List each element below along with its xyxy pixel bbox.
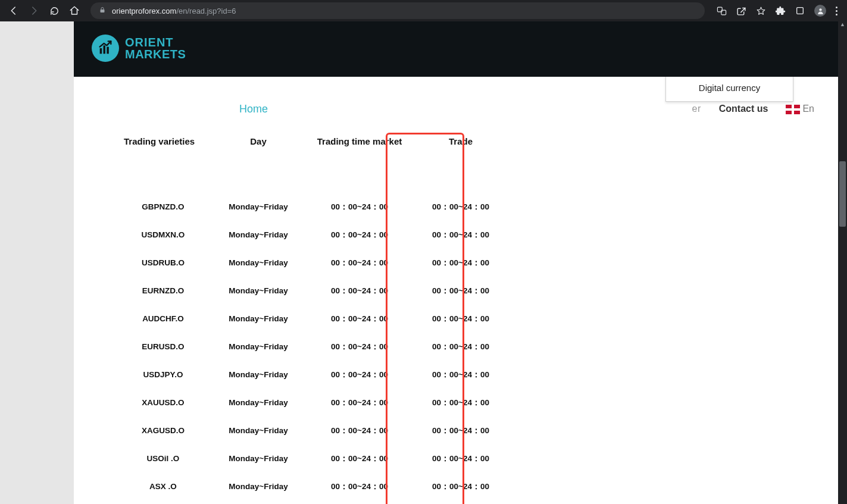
nav-contact-us[interactable]: Contact us	[719, 104, 768, 114]
nav-home[interactable]: Home	[239, 103, 268, 115]
back-button[interactable]	[8, 5, 19, 16]
translate-icon[interactable]	[717, 6, 727, 16]
bookmark-star-icon[interactable]	[756, 6, 766, 16]
cell-symbol: AUDCHF.O	[115, 314, 211, 323]
table-row: XAUUSD.OMonday~Friday00：00~24：0000：00~24…	[115, 389, 544, 417]
cell-day: Monday~Friday	[211, 342, 306, 351]
uk-flag-icon	[786, 105, 800, 114]
table-row: GBPNZD.OMonday~Friday00：00~24：0000：00~24…	[115, 193, 544, 221]
cell-symbol: XAGUSD.O	[115, 426, 211, 435]
cell-market: 00：00~24：00	[306, 370, 413, 380]
forward-button[interactable]	[29, 5, 39, 16]
table-body: GBPNZD.OMonday~Friday00：00~24：0000：00~24…	[115, 193, 544, 504]
cell-day: Monday~Friday	[211, 314, 306, 323]
url-text: orientproforex.com/en/read.jsp?id=6	[112, 7, 236, 15]
svg-rect-5	[100, 48, 102, 54]
kebab-menu-icon[interactable]	[836, 7, 837, 15]
cell-symbol: EURUSD.O	[115, 342, 211, 351]
extensions-icon[interactable]	[776, 6, 786, 16]
table-row: USDRUB.OMonday~Friday00：00~24：0000：00~24…	[115, 249, 544, 277]
nav-language[interactable]: En	[786, 104, 814, 114]
table-row: USOil .OMonday~Friday00：00~24：0000：00~24…	[115, 444, 544, 472]
logo-mark-icon	[92, 35, 119, 62]
url-path: /en/read.jsp?id=6	[176, 7, 236, 15]
cell-trade: 00：00~24：00	[413, 342, 508, 352]
table-header: Trading varieties Day Trading time marke…	[115, 136, 544, 146]
logo-text: ORIENT MARKETS	[125, 36, 186, 60]
scrollbar-thumb[interactable]	[839, 161, 846, 227]
table-row: USDJPY.OMonday~Friday00：00~24：0000：00~24…	[115, 361, 544, 389]
dropdown-item-label: Digital currency	[699, 83, 760, 93]
dropdown-panel[interactable]: Digital currency	[665, 77, 793, 102]
home-button[interactable]	[69, 5, 80, 16]
cell-market: 00：00~24：00	[306, 286, 413, 296]
url-host: orientproforex.com	[112, 7, 176, 15]
tab-icon[interactable]	[795, 6, 805, 15]
cell-day: Monday~Friday	[211, 202, 306, 211]
cell-symbol: EURNZD.O	[115, 286, 211, 295]
vertical-scrollbar[interactable]: ▲	[838, 21, 847, 504]
col-header-market: Trading time market	[306, 136, 413, 146]
reload-button[interactable]	[49, 5, 60, 16]
trading-table: Trading varieties Day Trading time marke…	[115, 136, 544, 504]
share-icon[interactable]	[736, 6, 746, 16]
cell-trade: 00：00~24：00	[413, 370, 508, 380]
svg-rect-6	[104, 45, 106, 54]
logo-line-1: ORIENT	[125, 36, 186, 48]
cell-day: Monday~Friday	[211, 370, 306, 379]
viewport: ▲ ORIENT MARKETS Digital currency Home	[0, 21, 847, 504]
page: ORIENT MARKETS Digital currency Home er …	[74, 21, 838, 504]
cell-market: 00：00~24：00	[306, 314, 413, 324]
cell-trade: 00：00~24：00	[413, 202, 508, 212]
scroll-up-icon[interactable]: ▲	[838, 21, 847, 27]
logo-line-2: MARKETS	[125, 48, 186, 60]
cell-symbol: USDMXN.O	[115, 230, 211, 239]
site-logo[interactable]: ORIENT MARKETS	[92, 35, 186, 62]
cell-day: Monday~Friday	[211, 230, 306, 239]
cell-trade: 00：00~24：00	[413, 230, 508, 240]
lang-label: En	[802, 104, 814, 114]
col-header-trade: Trade	[413, 136, 508, 146]
cell-trade: 00：00~24：00	[413, 481, 508, 492]
cell-market: 00：00~24：00	[306, 258, 413, 268]
cell-trade: 00：00~24：00	[413, 453, 508, 464]
nav-buttons	[5, 5, 80, 16]
lock-icon	[99, 7, 106, 15]
address-bar[interactable]: orientproforex.com/en/read.jsp?id=6	[90, 2, 705, 19]
cell-market: 00：00~24：00	[306, 425, 413, 436]
cell-symbol: USDJPY.O	[115, 370, 211, 379]
svg-rect-7	[107, 47, 109, 54]
site-header: ORIENT MARKETS	[74, 21, 838, 77]
svg-rect-3	[797, 8, 804, 14]
cell-day: Monday~Friday	[211, 426, 306, 435]
cell-trade: 00：00~24：00	[413, 397, 508, 408]
cell-symbol: XAUUSD.O	[115, 398, 211, 407]
col-header-varieties: Trading varieties	[115, 136, 211, 146]
cell-symbol: ASX .O	[115, 482, 211, 491]
cell-market: 00：00~24：00	[306, 342, 413, 352]
table-row: XAGUSD.OMonday~Friday00：00~24：0000：00~24…	[115, 417, 544, 444]
cell-market: 00：00~24：00	[306, 397, 413, 408]
svg-rect-0	[101, 10, 105, 12]
cell-day: Monday~Friday	[211, 258, 306, 267]
cell-trade: 00：00~24：00	[413, 258, 508, 268]
cell-symbol: USDRUB.O	[115, 258, 211, 267]
browser-toolbar: orientproforex.com/en/read.jsp?id=6	[0, 0, 847, 21]
cell-trade: 00：00~24：00	[413, 314, 508, 324]
toolbar-right	[717, 5, 842, 17]
table-row: AUDCHF.OMonday~Friday00：00~24：0000：00~24…	[115, 305, 544, 333]
table-row: IBEX.OMonday~Friday00：00~24：0000：00~24：0…	[115, 500, 544, 504]
cell-trade: 00：00~24：00	[413, 286, 508, 296]
nav-right: er Contact us En	[692, 104, 814, 114]
col-header-day: Day	[211, 136, 306, 146]
nav-partial-text: er	[692, 104, 701, 114]
cell-market: 00：00~24：00	[306, 230, 413, 240]
content-area: Digital currency Home er Contact us En T…	[74, 77, 838, 504]
table-row: EURUSD.OMonday~Friday00：00~24：0000：00~24…	[115, 333, 544, 361]
cell-day: Monday~Friday	[211, 398, 306, 407]
cell-symbol: GBPNZD.O	[115, 202, 211, 211]
profile-avatar[interactable]	[814, 5, 826, 17]
table-row: EURNZD.OMonday~Friday00：00~24：0000：00~24…	[115, 277, 544, 305]
cell-trade: 00：00~24：00	[413, 425, 508, 436]
cell-day: Monday~Friday	[211, 286, 306, 295]
